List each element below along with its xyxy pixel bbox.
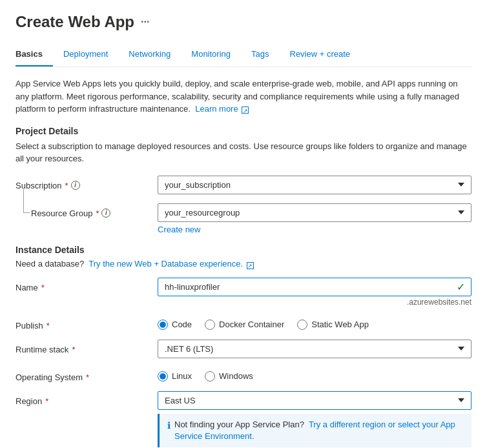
os-field: Linux Windows [158, 367, 471, 382]
os-windows-option[interactable]: Windows [205, 371, 253, 382]
subscription-label: Subscription * i [16, 176, 158, 190]
page-description: App Service Web Apps lets you quickly bu… [16, 77, 471, 116]
resource-group-row: Resource Group * i your_resourcegroup Cr… [16, 203, 471, 234]
title-text: Create Web App [16, 13, 134, 31]
title-ellipsis[interactable]: ··· [141, 16, 149, 28]
tab-tags[interactable]: Tags [241, 44, 279, 66]
runtime-field: .NET 6 (LTS) [158, 340, 471, 358]
region-select-wrapper: East US [158, 391, 471, 410]
runtime-row: Runtime stack * .NET 6 (LTS) [16, 340, 471, 358]
publish-code-radio[interactable] [158, 320, 168, 330]
publish-docker-option[interactable]: Docker Container [205, 320, 284, 330]
resource-group-select-wrapper: your_resourcegroup [158, 203, 471, 222]
page-title: Create Web App ··· [16, 13, 471, 31]
subscription-select-wrapper: your_subscription [158, 176, 471, 194]
name-label: Name * [16, 278, 158, 292]
runtime-required: * [72, 345, 75, 354]
subscription-field: your_subscription [158, 176, 471, 194]
os-windows-radio[interactable] [205, 371, 215, 382]
publish-radio-group: Code Docker Container Static Web App [158, 316, 471, 330]
tab-networking[interactable]: Networking [118, 44, 181, 66]
publish-row: Publish * Code Docker Container Static W… [16, 316, 471, 331]
name-input[interactable] [158, 278, 471, 296]
domain-suffix: .azurewebsites.net [158, 298, 471, 307]
create-new-link[interactable]: Create new [158, 225, 200, 234]
region-required: * [45, 396, 48, 406]
project-details-heading: Project Details [16, 126, 471, 136]
os-linux-radio[interactable] [158, 371, 168, 382]
subscription-required: * [65, 181, 68, 190]
resource-group-label: Resource Group * i [16, 203, 158, 218]
region-select[interactable]: East US [158, 391, 471, 410]
db-notice-link[interactable]: Try the new Web + Database experience. [88, 259, 243, 269]
os-required: * [86, 372, 89, 382]
publish-static-option[interactable]: Static Web App [297, 320, 369, 330]
external-link-icon: ↗ [242, 107, 249, 114]
name-required: * [41, 283, 45, 292]
tab-deployment[interactable]: Deployment [53, 44, 118, 66]
os-radio-group: Linux Windows [158, 367, 471, 382]
publish-code-option[interactable]: Code [158, 320, 192, 330]
resource-group-info-icon[interactable]: i [101, 209, 110, 218]
resource-group-required: * [96, 209, 99, 218]
db-notice: Need a database? Try the new Web + Datab… [16, 259, 471, 269]
resource-group-field: your_resourcegroup Create new [158, 203, 471, 234]
name-valid-icon: ✓ [457, 281, 465, 293]
publish-field: Code Docker Container Static Web App [158, 316, 471, 330]
region-info-banner: ℹ Not finding your App Service Plan? Try… [158, 414, 471, 447]
runtime-label: Runtime stack * [16, 340, 158, 354]
name-row: Name * ✓ .azurewebsites.net [16, 278, 471, 307]
runtime-select[interactable]: .NET 6 (LTS) [158, 340, 471, 358]
learn-more-link[interactable]: Learn more [195, 104, 238, 114]
name-input-wrapper: ✓ [158, 278, 471, 296]
instance-details-section: Instance Details Need a database? Try th… [16, 245, 471, 447]
region-field: East US ℹ Not finding your App Service P… [158, 391, 471, 447]
info-circle-icon: ℹ [167, 420, 171, 433]
tab-monitoring[interactable]: Monitoring [181, 44, 241, 66]
os-label: Operating System * [16, 367, 158, 382]
instance-details-heading: Instance Details [16, 245, 471, 255]
region-label: Region * [16, 391, 158, 406]
publish-label: Publish * [16, 316, 158, 331]
publish-static-radio[interactable] [297, 320, 307, 330]
name-field: ✓ .azurewebsites.net [158, 278, 471, 307]
db-external-link-icon: ↗ [247, 262, 254, 269]
os-linux-option[interactable]: Linux [158, 371, 192, 382]
subscription-row: Subscription * i your_subscription [16, 176, 471, 194]
publish-required: * [47, 321, 50, 331]
tab-bar: Basics Deployment Networking Monitoring … [16, 44, 471, 67]
subscription-select[interactable]: your_subscription [158, 176, 471, 194]
resource-group-select[interactable]: your_resourcegroup [158, 203, 471, 222]
tab-basics[interactable]: Basics [16, 44, 53, 66]
runtime-select-wrapper: .NET 6 (LTS) [158, 340, 471, 358]
project-details-desc: Select a subscription to manage deployed… [16, 140, 471, 165]
tab-review-create[interactable]: Review + create [280, 44, 361, 66]
os-row: Operating System * Linux Windows [16, 367, 471, 382]
publish-docker-radio[interactable] [205, 320, 215, 330]
subscription-info-icon[interactable]: i [71, 181, 80, 190]
region-row: Region * East US ℹ Not finding your App … [16, 391, 471, 447]
